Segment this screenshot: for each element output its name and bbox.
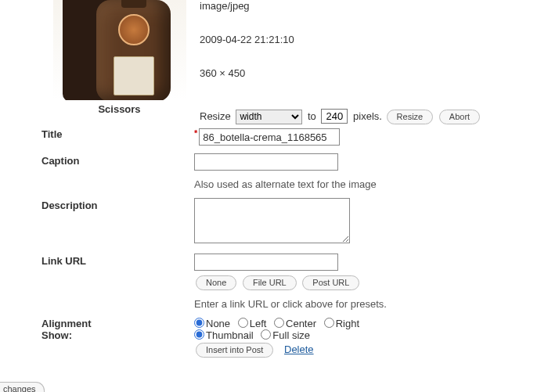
title-input[interactable] xyxy=(199,128,340,146)
linkurl-post-button[interactable]: Post URL xyxy=(302,275,359,290)
show-thumb-label: Thumbnail xyxy=(206,329,254,341)
align-none-radio[interactable] xyxy=(194,318,204,328)
show-options: Thumbnail Full size xyxy=(194,329,543,341)
show-thumb-radio[interactable] xyxy=(194,329,204,340)
meta-mimetype: image/jpeg xyxy=(200,0,536,12)
description-textarea[interactable] xyxy=(194,198,350,243)
meta-dimensions: 360 × 450 xyxy=(200,67,536,79)
caption-label: Caption xyxy=(41,150,194,195)
linkurl-file-button[interactable]: File URL xyxy=(243,275,297,290)
changes-button[interactable]: changes xyxy=(0,382,45,392)
show-full-label: Full size xyxy=(272,329,310,341)
alignment-label: Alignment xyxy=(41,318,189,329)
align-right-radio[interactable] xyxy=(324,318,334,328)
meta-date: 2009-04-22 21:21:10 xyxy=(200,34,536,45)
description-label: Description xyxy=(41,195,194,250)
linkurl-none-button[interactable]: None xyxy=(196,275,236,290)
caption-help: Also used as alternate text for the imag… xyxy=(194,178,543,190)
insert-into-post-button[interactable]: Insert into Post xyxy=(196,343,273,358)
align-left-label: Left xyxy=(250,318,267,329)
caption-input[interactable] xyxy=(194,153,338,171)
show-full-radio[interactable] xyxy=(261,329,271,340)
attachment-thumbnail xyxy=(53,0,186,100)
linkurl-help: Enter a link URL or click above for pres… xyxy=(194,298,543,310)
align-right-label: Right xyxy=(336,318,359,329)
title-label: Title xyxy=(41,113,194,150)
alignment-options: None Left Center Right xyxy=(194,318,543,329)
show-label: Show: xyxy=(41,329,189,341)
align-center-radio[interactable] xyxy=(274,318,284,328)
linkurl-label: Link URL xyxy=(41,250,194,315)
align-left-radio[interactable] xyxy=(238,318,248,328)
delete-link[interactable]: Delete xyxy=(284,343,314,355)
align-none-label: None xyxy=(206,318,230,329)
align-center-label: Center xyxy=(286,318,316,329)
linkurl-input[interactable] xyxy=(194,254,338,271)
